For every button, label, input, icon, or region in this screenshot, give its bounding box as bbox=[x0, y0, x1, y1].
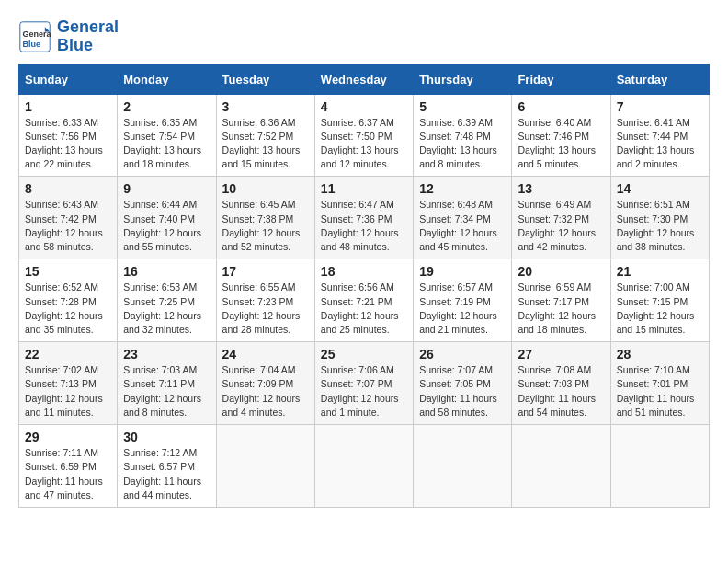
calendar-cell: 25Sunrise: 7:06 AMSunset: 7:07 PMDayligh… bbox=[314, 342, 413, 425]
day-detail: Sunrise: 6:35 AMSunset: 7:54 PMDaylight:… bbox=[123, 117, 201, 170]
day-detail: Sunrise: 6:51 AMSunset: 7:30 PMDaylight:… bbox=[617, 199, 695, 252]
day-detail: Sunrise: 6:53 AMSunset: 7:25 PMDaylight:… bbox=[123, 282, 201, 335]
calendar-cell bbox=[512, 425, 610, 508]
day-number: 3 bbox=[222, 99, 309, 114]
calendar-table: SundayMondayTuesdayWednesdayThursdayFrid… bbox=[18, 64, 710, 508]
calendar-cell: 3Sunrise: 6:36 AMSunset: 7:52 PMDaylight… bbox=[216, 94, 314, 177]
day-number: 16 bbox=[123, 264, 210, 279]
weekday-header-thursday: Thursday bbox=[414, 64, 512, 94]
day-detail: Sunrise: 6:40 AMSunset: 7:46 PMDaylight:… bbox=[518, 117, 596, 170]
calendar-cell: 9Sunrise: 6:44 AMSunset: 7:40 PMDaylight… bbox=[118, 177, 216, 259]
day-detail: Sunrise: 6:57 AMSunset: 7:19 PMDaylight:… bbox=[419, 282, 497, 335]
calendar-cell: 29Sunrise: 7:11 AMSunset: 6:59 PMDayligh… bbox=[19, 425, 118, 508]
day-number: 5 bbox=[419, 99, 506, 114]
calendar-cell: 28Sunrise: 7:10 AMSunset: 7:01 PMDayligh… bbox=[610, 342, 709, 425]
day-detail: Sunrise: 7:04 AMSunset: 7:09 PMDaylight:… bbox=[222, 364, 301, 418]
calendar-cell: 10Sunrise: 6:45 AMSunset: 7:38 PMDayligh… bbox=[216, 177, 314, 259]
day-detail: Sunrise: 7:07 AMSunset: 7:05 PMDaylight:… bbox=[419, 364, 497, 418]
calendar-cell: 17Sunrise: 6:55 AMSunset: 7:23 PMDayligh… bbox=[216, 259, 314, 342]
calendar-cell: 4Sunrise: 6:37 AMSunset: 7:50 PMDaylight… bbox=[314, 94, 413, 177]
calendar-cell: 6Sunrise: 6:40 AMSunset: 7:46 PMDaylight… bbox=[512, 94, 610, 177]
day-detail: Sunrise: 7:11 AMSunset: 6:59 PMDaylight:… bbox=[25, 447, 103, 500]
calendar-cell bbox=[314, 425, 413, 508]
day-detail: Sunrise: 6:37 AMSunset: 7:50 PMDaylight:… bbox=[321, 117, 399, 170]
day-number: 27 bbox=[518, 347, 604, 362]
day-detail: Sunrise: 7:10 AMSunset: 7:01 PMDaylight:… bbox=[617, 364, 695, 418]
svg-text:Blue: Blue bbox=[23, 40, 41, 49]
calendar-cell: 23Sunrise: 7:03 AMSunset: 7:11 PMDayligh… bbox=[118, 342, 216, 425]
weekday-header-tuesday: Tuesday bbox=[216, 64, 314, 94]
calendar-cell: 16Sunrise: 6:53 AMSunset: 7:25 PMDayligh… bbox=[118, 259, 216, 342]
day-number: 23 bbox=[123, 347, 210, 362]
day-number: 25 bbox=[321, 347, 407, 362]
day-detail: Sunrise: 6:43 AMSunset: 7:42 PMDaylight:… bbox=[25, 199, 103, 252]
day-number: 28 bbox=[617, 347, 703, 362]
day-number: 18 bbox=[321, 264, 407, 279]
day-detail: Sunrise: 7:03 AMSunset: 7:11 PMDaylight:… bbox=[123, 364, 201, 418]
day-number: 24 bbox=[222, 347, 309, 362]
logo: General Blue GeneralBlue bbox=[18, 18, 119, 55]
calendar-week-row: 1Sunrise: 6:33 AMSunset: 7:56 PMDaylight… bbox=[19, 94, 710, 177]
day-number: 10 bbox=[222, 181, 309, 196]
day-number: 7 bbox=[617, 99, 703, 114]
day-number: 8 bbox=[25, 181, 111, 196]
weekday-header-friday: Friday bbox=[512, 64, 610, 94]
day-detail: Sunrise: 6:33 AMSunset: 7:56 PMDaylight:… bbox=[25, 117, 103, 170]
day-number: 19 bbox=[419, 264, 506, 279]
day-number: 12 bbox=[419, 181, 506, 196]
logo-icon: General Blue bbox=[18, 20, 51, 53]
page-header: General Blue GeneralBlue bbox=[18, 18, 710, 55]
calendar-cell: 27Sunrise: 7:08 AMSunset: 7:03 PMDayligh… bbox=[512, 342, 610, 425]
calendar-week-row: 15Sunrise: 6:52 AMSunset: 7:28 PMDayligh… bbox=[19, 259, 710, 342]
calendar-cell: 13Sunrise: 6:49 AMSunset: 7:32 PMDayligh… bbox=[512, 177, 610, 259]
day-number: 26 bbox=[419, 347, 506, 362]
day-detail: Sunrise: 6:59 AMSunset: 7:17 PMDaylight:… bbox=[518, 282, 596, 335]
day-detail: Sunrise: 6:49 AMSunset: 7:32 PMDaylight:… bbox=[518, 199, 596, 252]
day-detail: Sunrise: 7:00 AMSunset: 7:15 PMDaylight:… bbox=[617, 282, 695, 335]
calendar-cell: 14Sunrise: 6:51 AMSunset: 7:30 PMDayligh… bbox=[610, 177, 709, 259]
day-number: 17 bbox=[222, 264, 309, 279]
calendar-cell bbox=[610, 425, 709, 508]
day-number: 6 bbox=[518, 99, 604, 114]
day-detail: Sunrise: 6:56 AMSunset: 7:21 PMDaylight:… bbox=[321, 282, 399, 335]
day-detail: Sunrise: 7:02 AMSunset: 7:13 PMDaylight:… bbox=[25, 364, 103, 418]
calendar-cell: 18Sunrise: 6:56 AMSunset: 7:21 PMDayligh… bbox=[314, 259, 413, 342]
calendar-cell: 24Sunrise: 7:04 AMSunset: 7:09 PMDayligh… bbox=[216, 342, 314, 425]
day-detail: Sunrise: 7:06 AMSunset: 7:07 PMDaylight:… bbox=[321, 364, 399, 418]
calendar-cell: 12Sunrise: 6:48 AMSunset: 7:34 PMDayligh… bbox=[414, 177, 512, 259]
calendar-cell: 30Sunrise: 7:12 AMSunset: 6:57 PMDayligh… bbox=[118, 425, 216, 508]
day-detail: Sunrise: 6:41 AMSunset: 7:44 PMDaylight:… bbox=[617, 117, 695, 170]
day-detail: Sunrise: 7:12 AMSunset: 6:57 PMDaylight:… bbox=[123, 447, 201, 500]
day-number: 30 bbox=[123, 430, 210, 444]
calendar-cell: 26Sunrise: 7:07 AMSunset: 7:05 PMDayligh… bbox=[414, 342, 512, 425]
logo-text: GeneralBlue bbox=[57, 18, 119, 55]
calendar-cell: 22Sunrise: 7:02 AMSunset: 7:13 PMDayligh… bbox=[19, 342, 118, 425]
day-detail: Sunrise: 6:52 AMSunset: 7:28 PMDaylight:… bbox=[25, 282, 103, 335]
calendar-week-row: 29Sunrise: 7:11 AMSunset: 6:59 PMDayligh… bbox=[19, 425, 710, 508]
calendar-cell: 21Sunrise: 7:00 AMSunset: 7:15 PMDayligh… bbox=[610, 259, 709, 342]
weekday-header-row: SundayMondayTuesdayWednesdayThursdayFrid… bbox=[19, 64, 710, 94]
calendar-cell: 1Sunrise: 6:33 AMSunset: 7:56 PMDaylight… bbox=[19, 94, 118, 177]
day-detail: Sunrise: 6:47 AMSunset: 7:36 PMDaylight:… bbox=[321, 199, 399, 252]
day-detail: Sunrise: 6:39 AMSunset: 7:48 PMDaylight:… bbox=[419, 117, 497, 170]
day-number: 4 bbox=[321, 99, 407, 114]
day-number: 1 bbox=[25, 99, 111, 114]
calendar-week-row: 8Sunrise: 6:43 AMSunset: 7:42 PMDaylight… bbox=[19, 177, 710, 259]
weekday-header-monday: Monday bbox=[118, 64, 216, 94]
calendar-week-row: 22Sunrise: 7:02 AMSunset: 7:13 PMDayligh… bbox=[19, 342, 710, 425]
day-detail: Sunrise: 6:45 AMSunset: 7:38 PMDaylight:… bbox=[222, 199, 301, 252]
day-number: 29 bbox=[25, 430, 111, 444]
day-detail: Sunrise: 7:08 AMSunset: 7:03 PMDaylight:… bbox=[518, 364, 596, 418]
day-number: 21 bbox=[617, 264, 703, 279]
day-detail: Sunrise: 6:55 AMSunset: 7:23 PMDaylight:… bbox=[222, 282, 301, 335]
day-number: 15 bbox=[25, 264, 111, 279]
day-detail: Sunrise: 6:48 AMSunset: 7:34 PMDaylight:… bbox=[419, 199, 497, 252]
calendar-cell: 7Sunrise: 6:41 AMSunset: 7:44 PMDaylight… bbox=[610, 94, 709, 177]
day-number: 20 bbox=[518, 264, 604, 279]
day-number: 2 bbox=[123, 99, 210, 114]
calendar-cell bbox=[414, 425, 512, 508]
day-number: 9 bbox=[123, 181, 210, 196]
weekday-header-sunday: Sunday bbox=[19, 64, 118, 94]
weekday-header-wednesday: Wednesday bbox=[314, 64, 413, 94]
day-number: 14 bbox=[617, 181, 703, 196]
